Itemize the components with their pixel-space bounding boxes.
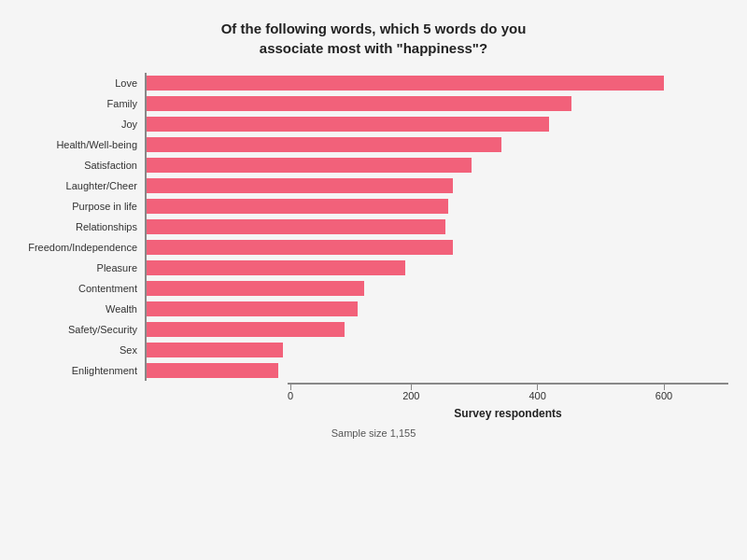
bars-area <box>145 73 738 381</box>
bar <box>147 178 453 193</box>
y-label: Freedom/Independence <box>28 237 137 258</box>
sample-size: Sample size 1,155 <box>331 427 416 439</box>
bar-row <box>147 93 738 114</box>
bar-row <box>147 360 738 381</box>
bar <box>147 219 445 234</box>
bar-row <box>147 319 738 340</box>
bar-row <box>147 114 738 134</box>
y-label: Safety/Security <box>68 319 137 340</box>
bar-row <box>147 299 738 319</box>
x-tick-label: 200 <box>402 390 419 401</box>
bar-row <box>147 340 738 360</box>
y-label: Pleasure <box>97 258 137 278</box>
y-label: Joy <box>121 114 137 134</box>
bar <box>147 96 571 111</box>
x-axis-title: Survey respondents <box>288 407 728 420</box>
y-label: Wealth <box>106 299 137 319</box>
y-label: Purpose in life <box>72 196 137 217</box>
bar <box>147 281 364 296</box>
bar <box>147 343 283 357</box>
bar <box>147 301 358 316</box>
y-label: Relationships <box>76 217 137 237</box>
bar <box>147 322 345 337</box>
x-tick: 200 <box>402 385 419 401</box>
x-tick: 0 <box>288 385 293 401</box>
chart-container: LoveFamilyJoyHealth/Well-beingSatisfacti… <box>9 73 738 420</box>
y-label: Health/Well-being <box>56 134 137 155</box>
x-tick: 600 <box>655 385 672 401</box>
y-label: Satisfaction <box>84 155 137 175</box>
bar-row <box>147 175 738 196</box>
bar <box>147 260 405 275</box>
bar-row <box>147 258 738 278</box>
bar <box>147 158 472 173</box>
bar <box>147 76 664 91</box>
y-axis: LoveFamilyJoyHealth/Well-beingSatisfacti… <box>9 73 145 381</box>
bar <box>147 240 453 255</box>
bar-row <box>147 134 738 155</box>
y-label: Family <box>107 93 137 114</box>
y-label: Enlightenment <box>72 360 137 381</box>
bar <box>147 199 448 214</box>
bar-row <box>147 196 738 217</box>
x-axis-area: 0200400600800 Survey respondents <box>280 381 728 420</box>
y-label: Contentment <box>78 278 137 299</box>
chart-title: Of the following words, which 5 words do… <box>221 19 527 58</box>
y-label: Love <box>115 73 137 93</box>
bar <box>147 363 278 378</box>
y-label: Laughter/Cheer <box>66 175 137 196</box>
bar <box>147 117 549 132</box>
bar-row <box>147 237 738 258</box>
x-tick-label: 0 <box>288 390 293 401</box>
bar-row <box>147 73 738 93</box>
bar-row <box>147 278 738 299</box>
y-label: Sex <box>120 340 137 360</box>
bar <box>147 137 501 152</box>
x-tick-label: 400 <box>529 390 545 401</box>
x-tick-label: 600 <box>655 390 672 401</box>
bar-row <box>147 155 738 175</box>
x-tick: 400 <box>529 385 545 401</box>
bar-row <box>147 217 738 237</box>
